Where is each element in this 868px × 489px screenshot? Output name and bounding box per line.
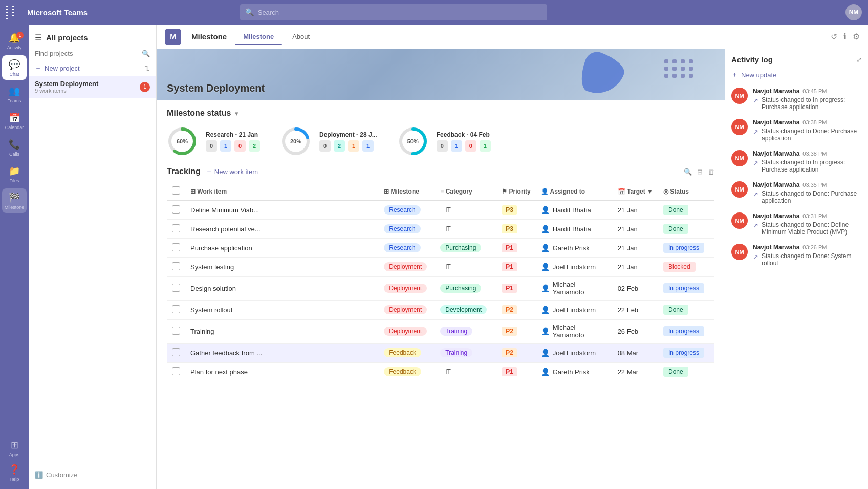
sidebar-item-apps[interactable]: ⊞ Apps [2,436,27,460]
log-time-2: 03:38 PM [802,151,827,157]
search-input[interactable] [258,9,542,16]
tab-milestone[interactable]: Milestone [235,29,282,45]
app-logo: M [165,29,181,45]
tab-about[interactable]: About [284,29,318,45]
user-icon-6: 👤 [541,327,550,335]
settings-tab-icon[interactable]: ⚙ [853,32,860,41]
delete-icon[interactable]: 🗑 [708,168,714,176]
sidebar-item-teams[interactable]: 👥 Teams [2,82,27,107]
deployment-progress: 20% [280,126,311,157]
th-assigned[interactable]: 👤 Assigned to [536,182,613,201]
hamburger-icon[interactable]: ☰ [35,33,42,42]
new-work-item-button[interactable]: ＋ New work item [206,167,258,176]
row-checkbox-7[interactable] [172,348,180,356]
milestone-status-title: Milestone status [167,109,231,118]
sidebar-item-activity[interactable]: 🔔 Activity 1 [2,29,27,53]
project-badge: 1 [140,82,150,92]
tab-actions: ↺ ℹ ⚙ [831,32,860,41]
sort-icon[interactable]: ⇅ [144,65,150,72]
row-checkbox-6[interactable] [172,327,180,335]
customize-footer[interactable]: ℹ️ Customize [29,467,156,483]
user-avatar[interactable]: NM [845,4,862,20]
row-category-5: Development [435,301,496,320]
milestone-dropdown-icon[interactable]: ▾ [235,110,238,117]
row-assigned-3: 👤Joel Lindstorm [536,258,613,277]
app-tabs: M Milestone Milestone About ↺ ℹ ⚙ [157,25,868,49]
expand-log-icon[interactable]: ⤢ [856,56,862,63]
app-title: Microsoft Teams [27,8,88,17]
row-milestone-6: Deployment [379,320,435,344]
th-milestone[interactable]: ⊞ Milestone [379,182,435,201]
log-content-3: Navjot Marwaha 03:35 PM ↗ Status changed… [753,181,862,204]
row-workitem-6: Training [185,320,379,344]
search-tracking-icon[interactable]: 🔍 [684,168,692,176]
new-project-button[interactable]: ＋ New project ⇅ [29,60,156,76]
refresh-icon[interactable]: ↺ [831,32,837,41]
table-row: Plan for next phase Feedback IT P1 👤Gare… [167,363,714,381]
row-category-6: Training [435,320,496,344]
activity-badge: 1 [16,32,24,39]
row-target-4: 02 Feb [613,277,658,301]
select-all-checkbox[interactable] [172,186,180,195]
project-sidebar-header: ☰ All projects [29,31,156,47]
project-name: System Deployment [35,80,98,88]
files-icon: 📁 [9,165,20,177]
th-work-item[interactable]: ⊞ Work item [185,182,379,201]
research-percent: 60% [177,138,188,144]
th-target[interactable]: 📅 Target ▼ [613,182,658,201]
row-workitem-4: Design solution [185,277,379,301]
tracking-header: Tracking ＋ New work item 🔍 ⊟ 🗑 [167,167,714,176]
log-text-5: ↗ Status changed to Done: System rollout [753,252,862,267]
row-priority-2: P1 [496,239,535,258]
row-milestone-1: Research [379,220,435,239]
row-assigned-5: 👤Joel Lindstorm [536,301,613,320]
filter-icon[interactable]: ⊟ [697,168,703,176]
teams-icon: 👥 [9,86,20,97]
sort-desc-icon[interactable]: ▼ [647,188,653,195]
row-workitem-3: System testing [185,258,379,277]
sidebar-item-help[interactable]: ❓ Help [2,460,27,485]
sidebar-item-chat[interactable]: 💬 Chat [2,55,27,80]
row-workitem-7: Gather feedback from ... [185,344,379,363]
project-item-system-deployment[interactable]: System Deployment 9 work items 1 [29,76,156,98]
row-workitem-8: Plan for next phase [185,363,379,381]
row-checkbox-5[interactable] [172,305,180,313]
new-update-button[interactable]: ＋ New update [731,70,862,79]
row-category-3: IT [435,258,496,277]
dep-badge-3: 1 [362,140,374,152]
grid-icon[interactable] [6,6,17,19]
row-target-6: 26 Feb [613,320,658,344]
row-checkbox-2[interactable] [172,243,180,251]
row-checkbox-3[interactable] [172,262,180,270]
row-target-0: 21 Jan [613,201,658,220]
activity-log: Activity log ⤢ ＋ New update NM Navjot Ma… [725,49,868,489]
row-check-4 [167,277,185,301]
chat-icon: 💬 [9,59,20,70]
banner-dots [664,59,694,78]
row-checkbox-8[interactable] [172,367,180,375]
row-checkbox-1[interactable] [172,224,180,232]
row-status-8: Done [658,363,714,381]
sidebar-item-calendar[interactable]: 📅 Calendar [2,109,27,133]
dep-badge-1: 2 [334,140,345,152]
log-entry: NM Navjot Marwaha 03:26 PM ↗ Status chan… [731,244,862,267]
row-checkbox-4[interactable] [172,284,180,292]
row-checkbox-0[interactable] [172,205,180,214]
user-icon-4: 👤 [541,284,550,292]
th-category[interactable]: ≡ Category [435,182,496,201]
sidebar-item-milestone[interactable]: 🏁 Milestone [2,188,27,213]
milestone-card-feedback: 50% Feedback - 04 Feb 0 1 0 1 [398,126,491,157]
milestone-card-research: 60% Research - 21 Jan 0 1 0 2 [167,126,260,157]
find-icon[interactable]: 🔍 [142,50,150,57]
sidebar-item-calls[interactable]: 📞 Calls [2,135,27,160]
main-content: System Deployment Milestone status ▾ [157,49,725,489]
th-priority[interactable]: ⚑ Priority [496,182,535,201]
row-category-1: IT [435,220,496,239]
th-status[interactable]: ◎ Status [658,182,714,201]
row-status-7: In progress [658,344,714,363]
find-projects-input[interactable] [35,50,139,57]
row-status-0: Done [658,201,714,220]
sidebar-item-files[interactable]: 📁 Files [2,162,27,186]
info-tab-icon[interactable]: ℹ [843,32,847,41]
log-entries: NM Navjot Marwaha 03:45 PM ↗ Status chan… [731,88,862,275]
